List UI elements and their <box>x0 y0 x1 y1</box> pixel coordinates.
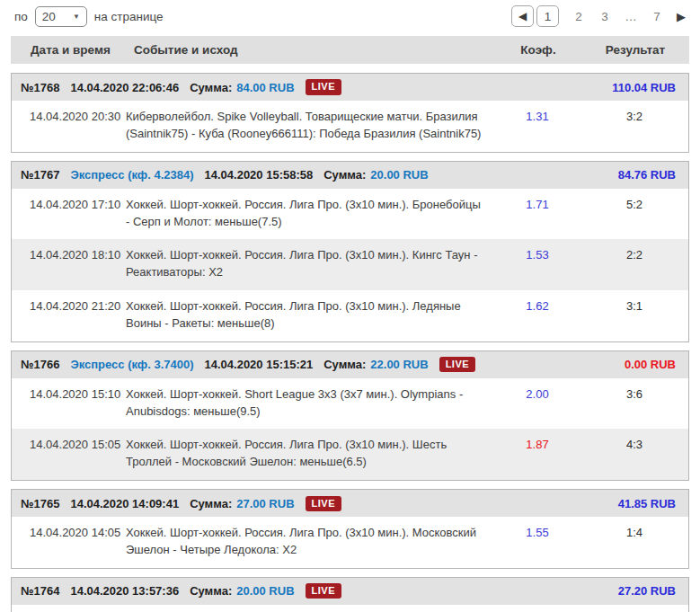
bet-rows: 14.04.2020 17:10 Хоккей. Шорт-хоккей. Ро… <box>12 189 688 341</box>
bet-datetime: 14.04.2020 22:06:46 <box>70 81 179 94</box>
bet-number: №1767 <box>21 168 59 182</box>
sum-label: Сумма: <box>323 168 366 182</box>
row-coefficient: 1.71 <box>494 197 580 231</box>
sum-value: 20.00 RUB <box>370 168 428 182</box>
bet-row: 14.04.2020 15:05 Хоккей. Шорт-хоккей. Ро… <box>12 429 688 480</box>
row-event-text: Хоккей. Шорт-хоккей. Россия. Лига Про. (… <box>126 197 494 231</box>
row-score: 2:2 <box>580 247 688 281</box>
prev-page-button[interactable]: ◀ <box>511 5 534 27</box>
bet-datetime: 14.04.2020 15:58:58 <box>205 168 314 182</box>
chevron-down-icon: ▼ <box>73 13 80 21</box>
live-badge: LIVE <box>306 583 341 599</box>
column-header-result: Результат <box>581 43 689 57</box>
row-coefficient: 1.53 <box>494 247 580 281</box>
row-datetime: 14.04.2020 21:20 <box>22 298 126 333</box>
bet-rows: 14.04.2020 14:05 Хоккей. Шорт-хоккей. Ро… <box>12 517 688 568</box>
row-coefficient: 1.87 <box>494 437 580 471</box>
column-header-event: Событие и исход <box>134 43 495 57</box>
row-coefficient: 1.55 <box>494 525 580 559</box>
bet-sum: Сумма: 84.00 RUB <box>190 81 294 94</box>
bet-header: №1768 14.04.2020 22:06:46 Сумма: 84.00 R… <box>12 74 688 101</box>
row-event-text: Хоккей. Шорт-хоккей. Россия. Лига Про. (… <box>126 247 494 281</box>
per-page-control: по 20 ▼ на странице <box>14 6 164 27</box>
row-datetime: 14.04.2020 14:05 <box>22 525 126 559</box>
bet-number: №1765 <box>21 497 59 510</box>
row-event-text: Киберволейбол. Spike Volleyball. Товарищ… <box>126 109 494 143</box>
bet-sum: Сумма: 20.00 RUB <box>323 168 428 182</box>
bet-result-amount: 0.00 RUB <box>625 358 676 371</box>
bet-card: №1767 Экспресс (кф. 4.2384) 14.04.2020 1… <box>11 161 689 342</box>
live-badge: LIVE <box>439 357 475 372</box>
row-event-text: Хоккей. Шорт-хоккей. Short League 3x3 (3… <box>126 386 494 421</box>
per-page-prefix-label: по <box>14 10 28 23</box>
row-coefficient: 1.31 <box>494 109 580 143</box>
bet-row: 14.04.2020 18:10 Хоккей. Шорт-хоккей. Ро… <box>12 239 688 290</box>
row-score: 4:3 <box>580 437 688 471</box>
sum-label: Сумма: <box>323 358 366 371</box>
page-button-2[interactable]: 2 <box>572 10 585 23</box>
express-link[interactable]: Экспресс (кф. 4.2384) <box>70 168 193 182</box>
bets-list: №1768 14.04.2020 22:06:46 Сумма: 84.00 R… <box>0 73 700 612</box>
table-header: Дата и время Событие и исход Коэф. Резул… <box>11 36 689 64</box>
bet-sum: Сумма: 22.00 RUB <box>323 358 428 371</box>
bet-result-amount: 41.85 RUB <box>618 497 676 510</box>
bet-header: №1764 14.04.2020 13:57:36 Сумма: 20.00 R… <box>12 578 688 605</box>
row-datetime: 14.04.2020 20:30 <box>22 109 126 143</box>
row-score: 3:1 <box>580 298 688 333</box>
row-datetime: 14.04.2020 17:10 <box>22 197 126 231</box>
sum-label: Сумма: <box>190 497 232 510</box>
row-score: 5:2 <box>580 197 688 231</box>
sum-label: Сумма: <box>190 584 232 598</box>
prev-page-icon: ◀ <box>518 10 527 22</box>
bet-row: 14.04.2020 13:00 Киберволейбол. Spike Vo… <box>12 605 688 612</box>
bet-datetime: 14.04.2020 15:15:21 <box>205 358 314 371</box>
bet-row: 14.04.2020 21:20 Хоккей. Шорт-хоккей. Ро… <box>12 290 688 341</box>
bet-number: №1766 <box>21 358 59 371</box>
bet-card: №1764 14.04.2020 13:57:36 Сумма: 20.00 R… <box>11 577 689 612</box>
bet-card: №1768 14.04.2020 22:06:46 Сумма: 84.00 R… <box>11 73 689 153</box>
sum-value: 20.00 RUB <box>236 584 294 598</box>
bet-header: №1767 Экспресс (кф. 4.2384) 14.04.2020 1… <box>12 162 688 189</box>
bet-header: №1765 14.04.2020 14:09:41 Сумма: 27.00 R… <box>12 490 688 517</box>
per-page-select[interactable]: 20 ▼ <box>35 6 87 27</box>
per-page-value: 20 <box>42 10 56 23</box>
column-header-coef: Коэф. <box>495 43 581 57</box>
row-event-text: Хоккей. Шорт-хоккей. Россия. Лига Про. (… <box>126 298 494 333</box>
sum-value: 27.00 RUB <box>236 497 294 510</box>
live-badge: LIVE <box>306 496 341 511</box>
page-button-3[interactable]: 3 <box>598 10 611 23</box>
bet-rows: 14.04.2020 20:30 Киберволейбол. Spike Vo… <box>12 101 688 152</box>
bet-result-amount: 84.76 RUB <box>618 168 676 182</box>
bet-header: №1766 Экспресс (кф. 3.7400) 14.04.2020 1… <box>12 351 688 378</box>
row-datetime: 14.04.2020 15:05 <box>22 437 126 471</box>
bet-row: 14.04.2020 17:10 Хоккей. Шорт-хоккей. Ро… <box>12 189 688 240</box>
row-coefficient: 1.62 <box>494 298 580 333</box>
row-event-text: Хоккей. Шорт-хоккей. Россия. Лига Про. (… <box>126 437 494 471</box>
next-page-button[interactable]: ▶ <box>677 10 686 23</box>
column-header-date: Дата и время <box>31 43 134 57</box>
express-link[interactable]: Экспресс (кф. 3.7400) <box>70 358 193 371</box>
row-score: 1:4 <box>580 525 688 559</box>
sum-label: Сумма: <box>190 81 232 94</box>
bet-sum: Сумма: 20.00 RUB <box>190 584 294 598</box>
row-score: 3:6 <box>580 386 688 421</box>
bet-rows: 14.04.2020 13:00 Киберволейбол. Spike Vo… <box>12 605 688 612</box>
row-event-text: Хоккей. Шорт-хоккей. Россия. Лига Про. (… <box>126 525 494 559</box>
row-score: 3:2 <box>580 109 688 143</box>
bet-datetime: 14.04.2020 14:09:41 <box>70 497 179 510</box>
bet-row: 14.04.2020 15:10 Хоккей. Шорт-хоккей. Sh… <box>12 378 688 430</box>
row-datetime: 14.04.2020 18:10 <box>22 247 126 281</box>
page-button-1[interactable]: 1 <box>536 5 559 27</box>
bet-card: №1765 14.04.2020 14:09:41 Сумма: 27.00 R… <box>11 489 689 569</box>
pagination: ◀ 1 2 3 … 7 ▶ <box>511 5 686 27</box>
page-button-7[interactable]: 7 <box>651 10 663 23</box>
row-datetime: 14.04.2020 15:10 <box>22 386 126 421</box>
live-badge: LIVE <box>306 79 341 94</box>
top-bar: по 20 ▼ на странице ◀ 1 2 3 … 7 ▶ <box>0 0 700 27</box>
bet-sum: Сумма: 27.00 RUB <box>190 497 294 510</box>
next-page-icon: ▶ <box>677 10 686 23</box>
bet-card: №1766 Экспресс (кф. 3.7400) 14.04.2020 1… <box>11 350 689 481</box>
bet-datetime: 14.04.2020 13:57:36 <box>70 584 179 598</box>
bet-result-amount: 110.04 RUB <box>612 81 676 94</box>
sum-value: 84.00 RUB <box>236 81 294 94</box>
